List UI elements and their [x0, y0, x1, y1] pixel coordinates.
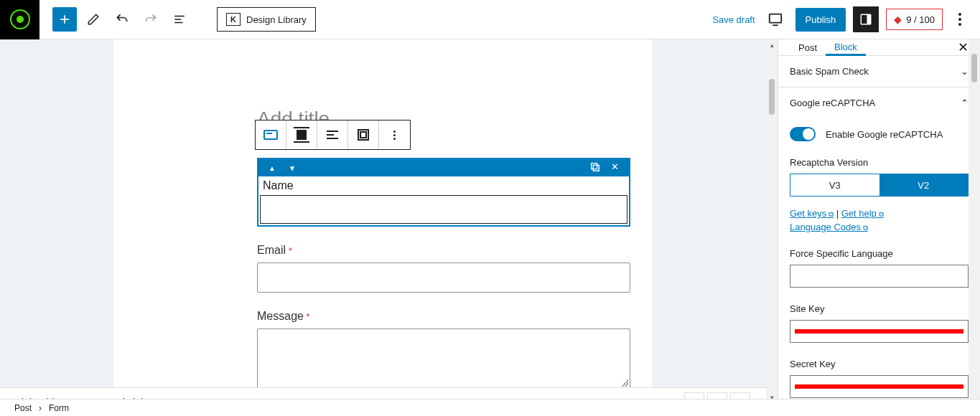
get-keys-link[interactable]: Get keys ⧉ [790, 208, 834, 219]
name-field-label[interactable]: Name [260, 178, 627, 194]
svg-rect-13 [592, 163, 597, 169]
copy-field-icon[interactable] [589, 161, 601, 175]
publish-button[interactable]: Publish [795, 8, 846, 32]
svg-point-10 [958, 18, 961, 21]
save-draft-button[interactable]: Save draft [712, 14, 755, 25]
settings-panel-toggle[interactable] [853, 6, 879, 32]
secret-key-input[interactable] [790, 375, 969, 398]
form-block: ▲ ▼ ✕ Name Email [257, 158, 630, 416]
block-toolbar [255, 120, 411, 150]
chevron-down-icon: ⌄ [961, 66, 969, 77]
recaptcha-panel: Google reCAPTCHA ⌃ Enable Google reCAPTC… [778, 88, 980, 416]
close-field-icon[interactable]: ✕ [611, 161, 619, 175]
spam-check-title: Basic Spam Check [790, 66, 869, 77]
recaptcha-header[interactable]: Google reCAPTCHA ⌃ [778, 88, 980, 118]
svg-point-11 [958, 23, 961, 26]
yoast-score-text: 9 / 100 [906, 14, 935, 25]
external-link-icon: ⧉ [826, 210, 834, 218]
move-down-icon[interactable]: ▼ [289, 164, 296, 172]
required-indicator: * [307, 311, 310, 322]
name-field-block[interactable]: ▲ ▼ ✕ Name [257, 158, 630, 227]
redo-button[interactable] [139, 7, 163, 32]
svg-rect-5 [769, 14, 781, 23]
editor-canvas-wrap: Add title ▲ ▼ [0, 39, 778, 416]
site-key-input[interactable] [790, 320, 969, 343]
version-v3-option[interactable]: V3 [790, 174, 879, 196]
recaptcha-version-select: V3 V2 [790, 174, 969, 197]
enable-recaptcha-toggle[interactable] [790, 127, 816, 141]
move-up-icon[interactable]: ▲ [269, 164, 276, 172]
align-button[interactable] [286, 120, 317, 149]
email-field-input[interactable] [257, 263, 630, 293]
block-breadcrumb: Post › Form [0, 399, 980, 416]
name-field-input[interactable] [260, 195, 627, 224]
page-vertical-scrollbar[interactable] [969, 39, 980, 416]
design-library-button[interactable]: K Design Library [217, 7, 316, 32]
recaptcha-title: Google reCAPTCHA [790, 98, 875, 108]
more-options-button[interactable] [950, 13, 970, 26]
spam-check-panel: Basic Spam Check ⌄ [778, 56, 980, 88]
secret-key-label: Secret Key [790, 353, 969, 375]
force-language-input[interactable] [790, 265, 969, 288]
external-link-icon: ⧉ [861, 224, 868, 232]
message-field-label: Message [257, 310, 304, 322]
force-language-label: Force Specific Language [790, 242, 969, 265]
enable-recaptcha-label: Enable Google reCAPTCHA [826, 129, 943, 140]
version-label: Recaptcha Version [790, 151, 969, 174]
external-link-icon: ⧉ [877, 210, 884, 218]
duplicate-button[interactable] [348, 120, 379, 149]
yoast-score-badge[interactable]: ◆ 9 / 100 [886, 9, 943, 30]
settings-sidebar: Post Block ✕ Basic Spam Check ⌄ Google r… [778, 39, 980, 416]
tab-post[interactable]: Post [790, 39, 826, 55]
message-field-textarea[interactable] [257, 328, 630, 389]
site-key-label: Site Key [790, 298, 969, 320]
text-align-button[interactable] [317, 120, 348, 149]
breadcrumb-separator: › [39, 403, 42, 413]
close-sidebar-button[interactable]: ✕ [958, 39, 969, 55]
document-outline-button[interactable] [167, 7, 192, 32]
edit-mode-icon[interactable] [81, 7, 106, 32]
svg-point-9 [958, 13, 961, 16]
required-indicator: * [289, 245, 292, 256]
canvas-vertical-scrollbar[interactable]: ▴ ▾ [766, 39, 778, 403]
preview-button[interactable] [762, 6, 788, 32]
enable-recaptcha-row: Enable Google reCAPTCHA [790, 123, 969, 151]
design-library-icon: K [226, 13, 241, 26]
svg-rect-12 [593, 165, 599, 171]
language-codes-link[interactable]: Language Codes ⧉ [790, 222, 868, 232]
svg-rect-8 [867, 14, 871, 24]
spam-check-header[interactable]: Basic Spam Check ⌄ [778, 56, 980, 87]
get-help-link[interactable]: Get help ⧉ [841, 208, 884, 219]
site-logo[interactable] [0, 0, 39, 39]
block-more-button[interactable] [379, 120, 410, 149]
yoast-indicator-icon: ◆ [894, 14, 902, 25]
email-field-label: Email [257, 244, 286, 256]
field-block-header: ▲ ▼ ✕ [258, 159, 629, 176]
version-v2-option[interactable]: V2 [879, 174, 969, 196]
message-field-block[interactable]: Message * [257, 310, 630, 389]
top-toolbar: K Design Library Save draft Publish ◆ 9 … [0, 0, 980, 39]
add-block-button[interactable] [52, 7, 77, 32]
email-field-block[interactable]: Email * [257, 244, 630, 293]
sidebar-tabs: Post Block ✕ [778, 39, 980, 56]
design-library-label: Design Library [246, 14, 307, 25]
chevron-up-icon: ⌃ [961, 98, 969, 108]
editor-canvas[interactable]: Add title ▲ ▼ [113, 39, 652, 416]
breadcrumb-root[interactable]: Post [14, 403, 32, 413]
block-type-button[interactable] [256, 120, 286, 149]
undo-button[interactable] [110, 7, 134, 32]
breadcrumb-leaf[interactable]: Form [49, 403, 69, 413]
tab-block[interactable]: Block [826, 40, 866, 56]
